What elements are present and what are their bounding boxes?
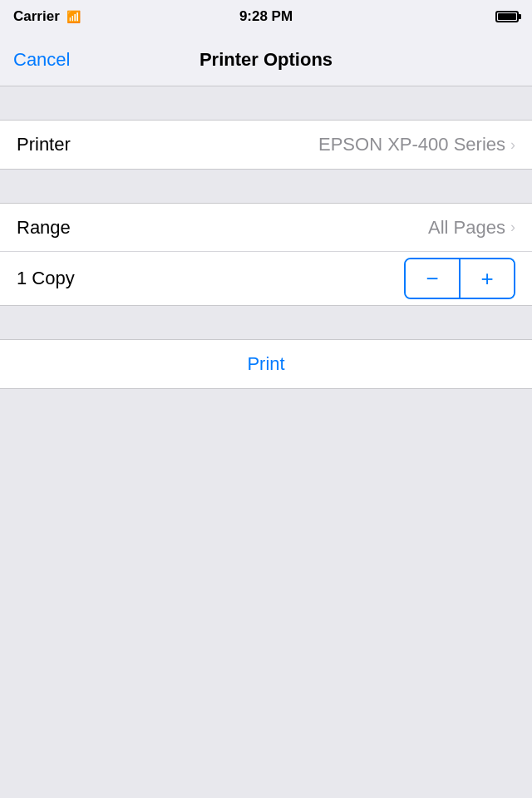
carrier-text: Carrier bbox=[13, 8, 60, 25]
decrement-button[interactable]: − bbox=[406, 259, 459, 298]
status-battery bbox=[495, 11, 519, 22]
range-row[interactable]: Range All Pages › bbox=[0, 204, 532, 252]
increment-button[interactable]: + bbox=[461, 259, 514, 298]
copy-row: 1 Copy − + bbox=[0, 252, 532, 305]
status-bar: Carrier 📶 9:28 PM bbox=[0, 0, 532, 33]
range-value-group: All Pages › bbox=[428, 217, 515, 239]
cancel-button[interactable]: Cancel bbox=[13, 49, 70, 71]
wifi-icon: 📶 bbox=[66, 10, 81, 23]
status-time: 9:28 PM bbox=[239, 8, 293, 25]
bottom-background bbox=[0, 389, 532, 798]
range-label: Range bbox=[17, 217, 71, 239]
battery-icon bbox=[495, 11, 519, 22]
section-gap-1 bbox=[0, 86, 532, 120]
range-chevron-icon: › bbox=[510, 219, 515, 236]
printer-section: Printer EPSON XP-400 Series › bbox=[0, 120, 532, 170]
printer-label: Printer bbox=[17, 134, 71, 155]
printer-chevron-icon: › bbox=[510, 136, 515, 154]
printer-row[interactable]: Printer EPSON XP-400 Series › bbox=[0, 121, 532, 169]
print-section[interactable]: Print bbox=[0, 339, 532, 389]
copy-label: 1 Copy bbox=[17, 268, 75, 289]
section-gap-3 bbox=[0, 306, 532, 339]
nav-bar: Cancel Printer Options bbox=[0, 33, 532, 86]
status-carrier: Carrier 📶 bbox=[13, 8, 81, 25]
section-gap-2 bbox=[0, 170, 532, 203]
range-value: All Pages bbox=[428, 217, 505, 239]
page-title: Printer Options bbox=[200, 49, 332, 71]
options-section: Range All Pages › 1 Copy − + bbox=[0, 203, 532, 306]
battery-fill bbox=[498, 13, 516, 20]
printer-value: EPSON XP-400 Series bbox=[318, 134, 505, 155]
print-button[interactable]: Print bbox=[247, 353, 284, 375]
copy-stepper: − + bbox=[404, 258, 515, 299]
printer-value-group: EPSON XP-400 Series › bbox=[318, 134, 515, 155]
